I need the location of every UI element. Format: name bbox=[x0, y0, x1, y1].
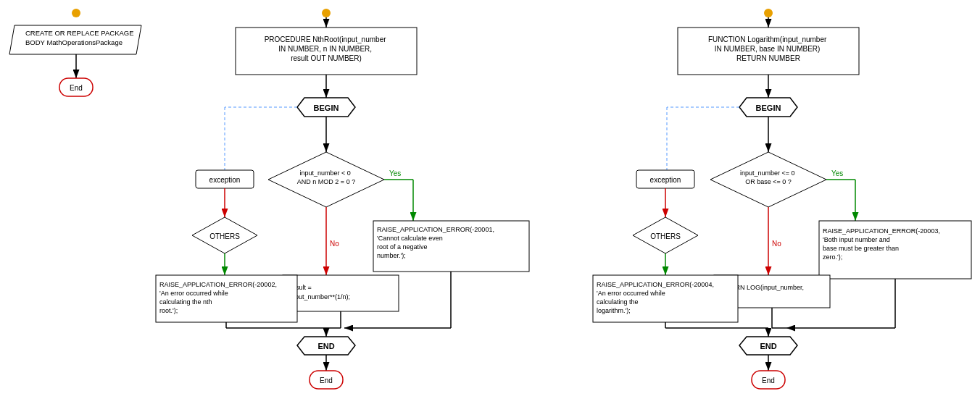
yes-label-cond2: Yes bbox=[831, 169, 843, 177]
end-oval-logarithm-text: End bbox=[762, 377, 775, 384]
yes-label-cond1: Yes bbox=[389, 169, 401, 177]
end1-text: END bbox=[317, 342, 334, 350]
others1-text: OTHERS bbox=[209, 232, 240, 240]
start-dot-package bbox=[72, 9, 80, 17]
others2-text: OTHERS bbox=[650, 232, 681, 240]
no-label-cond2: No bbox=[772, 240, 781, 248]
end-oval-package-text: End bbox=[70, 84, 83, 92]
no-label-cond1: No bbox=[330, 240, 339, 248]
start-dot-nthroot bbox=[322, 9, 331, 17]
begin1-text: BEGIN bbox=[314, 104, 339, 112]
exception1-text: exception bbox=[209, 176, 241, 184]
end2-text: END bbox=[760, 342, 776, 350]
end-oval-nthroot-text: End bbox=[320, 377, 333, 384]
flowchart-diagram: CREATE OR REPLACE PACKAGE BODY MathOpera… bbox=[0, 0, 980, 412]
begin2-text: BEGIN bbox=[756, 104, 781, 112]
start-dot-logarithm bbox=[764, 9, 773, 17]
exception2-text: exception bbox=[650, 176, 681, 184]
